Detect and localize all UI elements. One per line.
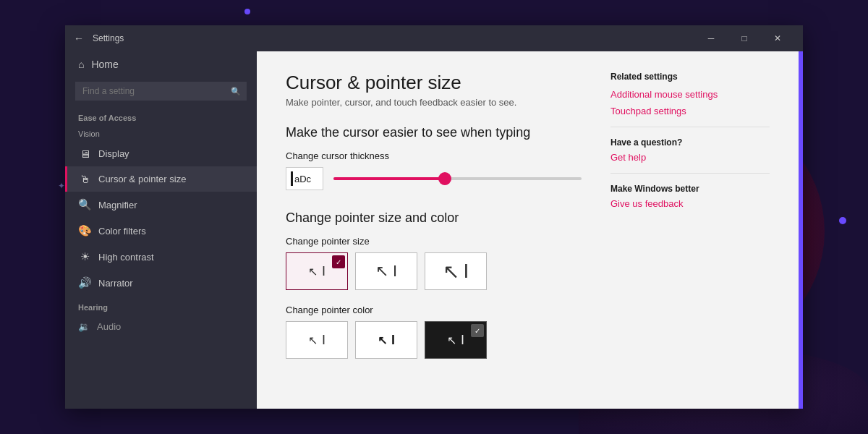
cursor-preview-text: aDc (294, 174, 311, 184)
arrow-white-icon: ↖ (308, 333, 318, 347)
page-subtitle: Make pointer, cursor, and touch feedback… (286, 97, 582, 108)
pointer-color-white[interactable]: ↖ I (286, 321, 348, 359)
page-title: Cursor & pointer size (286, 72, 582, 94)
window-controls: ─ □ ✕ (694, 25, 794, 51)
sidebar-cursor-label: Cursor & pointer size (98, 174, 186, 184)
ibeam-black-icon: I (391, 333, 395, 348)
sidebar-item-display[interactable]: 🖥 Display (65, 141, 257, 166)
sidebar-high-contrast-label: High contrast (98, 252, 154, 263)
pointer-size-grid: ✓ ↖ I ↖ I (286, 252, 582, 290)
narrator-icon: 🔊 (78, 276, 91, 289)
pointer-color-black[interactable]: ↖ I (355, 321, 417, 359)
cursor-large-icon: ↖ I (443, 260, 469, 284)
main-content: Cursor & pointer size Make pointer, curs… (257, 51, 799, 409)
cursor-thickness-slider[interactable] (333, 171, 582, 186)
ibeam-lg-icon: I (393, 262, 397, 281)
cursor-black-icon: ↖ I (378, 333, 395, 348)
high-contrast-icon: ☀ (78, 250, 91, 263)
cursor-line (291, 171, 293, 186)
sidebar-item-high-contrast[interactable]: ☀ High contrast (65, 244, 257, 270)
ibeam-xl-icon: I (464, 260, 469, 283)
search-icon: 🔍 (231, 87, 241, 96)
sidebar-search-container: 🔍 (75, 82, 247, 101)
checkmark-icon: ✓ (332, 255, 345, 268)
custom-checkmark-icon: ✓ (471, 324, 484, 337)
arrow-black-icon: ↖ (378, 333, 387, 347)
window-body: ⌂ Home 🔍 Ease of Access Vision 🖥 Display… (65, 51, 803, 409)
sidebar-item-home[interactable]: ⌂ Home (65, 51, 257, 77)
cursor-preview-box: aDc (286, 167, 323, 190)
ibeam-white-icon: I (322, 333, 326, 348)
cursor-icon: 🖱 (78, 173, 91, 185)
sidebar-display-label: Display (98, 148, 129, 159)
cursor-medium-icon: ↖ I (375, 262, 397, 281)
window-title: Settings (93, 33, 694, 43)
sidebar-color-filters-label: Color filters (98, 226, 146, 237)
sidebar-section-label: Ease of Access (65, 109, 257, 125)
sidebar-item-color-filters[interactable]: 🎨 Color filters (65, 218, 257, 244)
right-accent-bar (799, 51, 803, 409)
divider-1 (610, 127, 770, 127)
pointer-size-large[interactable]: ↖ I (425, 252, 487, 290)
ibeam-icon: I (322, 264, 326, 279)
sidebar-audio-label: Audio (97, 321, 121, 332)
bg-dot-2 (839, 217, 846, 224)
sidebar-vision-label: Vision (65, 125, 257, 141)
get-help-link[interactable]: Get help (610, 152, 770, 163)
divider-2 (610, 173, 770, 174)
slider-track (333, 177, 582, 180)
bg-dot-1 (244, 9, 250, 14)
cursor-small-icon: ↖ I (308, 264, 326, 279)
audio-icon: 🔉 (78, 321, 90, 332)
minimize-button[interactable]: ─ (694, 25, 728, 51)
pointer-size-medium[interactable]: ↖ I (355, 252, 417, 290)
main-left: Cursor & pointer size Make pointer, curs… (286, 72, 582, 388)
sidebar-home-label: Home (91, 59, 118, 70)
touchpad-settings-link[interactable]: Touchpad settings (610, 106, 770, 116)
sidebar-item-magnifier[interactable]: 🔍 Magnifier (65, 192, 257, 218)
cursor-white-icon: ↖ I (308, 333, 326, 348)
sidebar-item-cursor[interactable]: 🖱 Cursor & pointer size (65, 166, 257, 192)
have-question-label: Have a question? (610, 137, 770, 148)
arrow-custom-icon: ↖ (447, 333, 456, 347)
pointer-size-label: Change pointer size (286, 236, 582, 247)
magnifier-icon: 🔍 (78, 198, 91, 211)
display-icon: 🖥 (78, 148, 91, 160)
back-button[interactable]: ← (74, 33, 84, 44)
make-windows-label: Make Windows better (610, 184, 770, 194)
titlebar: ← Settings ─ □ ✕ (65, 25, 803, 51)
search-input[interactable] (75, 82, 247, 101)
settings-window: ← Settings ─ □ ✕ ⌂ Home 🔍 Ease of Access… (65, 25, 803, 409)
arrow-xl-icon: ↖ (443, 260, 459, 284)
cursor-section-title: Make the cursor easier to see when typin… (286, 125, 582, 140)
close-button[interactable]: ✕ (761, 25, 794, 51)
mouse-settings-link[interactable]: Additional mouse settings (610, 89, 770, 100)
pointer-color-custom[interactable]: ✓ ↖ I (425, 321, 487, 359)
sidebar: ⌂ Home 🔍 Ease of Access Vision 🖥 Display… (65, 51, 257, 409)
pointer-size-small[interactable]: ✓ ↖ I (286, 252, 348, 290)
main-right: Related settings Additional mouse settin… (610, 72, 770, 388)
sidebar-magnifier-label: Magnifier (98, 200, 137, 210)
feedback-link[interactable]: Give us feedback (610, 198, 770, 209)
sidebar-item-narrator[interactable]: 🔊 Narrator (65, 270, 257, 296)
sidebar-narrator-label: Narrator (98, 278, 133, 289)
cursor-thickness-row: aDc (286, 167, 582, 190)
home-icon: ⌂ (78, 59, 84, 70)
sidebar-item-audio[interactable]: 🔉 Audio (65, 315, 257, 339)
sidebar-hearing-label: Hearing (65, 296, 257, 315)
slider-fill (333, 177, 445, 180)
pointer-color-label: Change pointer color (286, 305, 582, 315)
arrow-icon: ↖ (308, 265, 318, 278)
arrow-lg-icon: ↖ (375, 262, 388, 281)
bg-star-1: ✦ (58, 181, 65, 191)
maximize-button[interactable]: □ (728, 25, 761, 51)
cursor-thickness-label: Change cursor thickness (286, 150, 582, 161)
pointer-section-title: Change pointer size and color (286, 210, 582, 226)
cursor-custom-icon: ↖ I (447, 333, 464, 348)
color-filters-icon: 🎨 (78, 224, 91, 237)
slider-thumb[interactable] (438, 172, 451, 185)
pointer-color-grid: ↖ I ↖ I ✓ ↖ (286, 321, 582, 359)
related-settings-label: Related settings (610, 72, 770, 82)
ibeam-custom-icon: I (461, 333, 464, 348)
